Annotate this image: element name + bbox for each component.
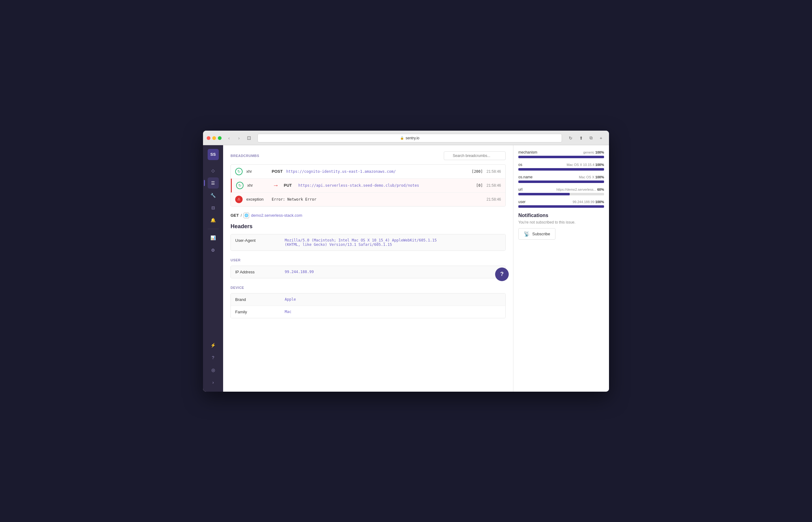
brand-key: Brand: [231, 294, 280, 306]
bar-track: [518, 181, 604, 183]
request-method: GET: [231, 213, 239, 218]
table-row[interactable]: ↻ xhr → PUT https://api.serverless-stack…: [231, 179, 505, 193]
charts-icon: 📊: [210, 235, 216, 240]
bar-pct: 60%: [597, 188, 604, 191]
user-ip-key: IP Address: [231, 266, 280, 278]
chevron-right-icon: ›: [212, 380, 214, 385]
family-value: Mac: [280, 306, 505, 318]
bar-value: 99.244.188.99: [572, 200, 595, 204]
bar-label: url: [518, 187, 522, 192]
table-row[interactable]: ↻ xhr POST https://cognito-identity.us-e…: [231, 165, 505, 179]
subscribe-button[interactable]: 📡 Subscribe: [518, 228, 556, 240]
bar-fill: [518, 205, 604, 208]
headers-section: Headers User-Agent Mozilla/5.0 (Macintos…: [231, 223, 506, 251]
sidebar-item-collapse[interactable]: ›: [208, 377, 219, 388]
header-key: User-Agent: [231, 234, 280, 250]
xhr-refresh-icon: ↻: [235, 168, 243, 175]
bar-header: os Mac OS X 10.15.4 100%: [518, 163, 604, 167]
bar-value: Mac OS X 10.15.4: [567, 163, 596, 166]
search-wrapper: 🔍: [444, 152, 506, 160]
device-table: Brand Apple Family Mac: [231, 293, 506, 318]
breadcrumb-table: ↻ xhr POST https://cognito-identity.us-e…: [231, 164, 506, 206]
table-row: User-Agent Mozilla/5.0 (Macintosh; Intel…: [231, 234, 505, 250]
code-icon: ◇: [211, 168, 215, 173]
bc-time-2: 21:58:46: [486, 183, 501, 188]
app-body: SS ◇ ☰ 🔧 ⊟ 🔔 📊 ⚙: [203, 145, 609, 392]
brand-value: Apple: [280, 294, 505, 306]
bar-pct: 100%: [596, 163, 604, 166]
settings-icon: ⚙: [211, 248, 215, 253]
back-button[interactable]: ‹: [225, 134, 233, 142]
path-separator: /: [241, 213, 242, 218]
breadcrumbs-header: BREADCRUMBS 🔍: [231, 152, 506, 160]
reload-button[interactable]: ↻: [567, 134, 574, 142]
bar-label: user: [518, 200, 525, 204]
bar-value: generic: [583, 150, 596, 154]
bc-type: xhr: [246, 169, 268, 174]
sidebar-item-settings[interactable]: ⚙: [208, 245, 219, 256]
bar-track: [518, 193, 604, 195]
broadcast-icon: ◎: [211, 367, 215, 373]
share-button[interactable]: ⬆: [577, 134, 585, 142]
sidebar-item-broadcast[interactable]: ◎: [208, 364, 219, 376]
bc-status: [200]: [472, 169, 483, 174]
exception-icon: ⚠: [235, 196, 243, 203]
breadcrumbs-search-input[interactable]: [444, 152, 506, 160]
browser-chrome: ‹ › ⊡ 🔒 sentry.io ↻ ⬆ ⧉ +: [203, 130, 609, 145]
bc-type-2: xhr: [247, 183, 269, 188]
bar-pct: 100%: [596, 150, 604, 154]
bar-label: os.name: [518, 175, 533, 179]
device-section-label: DEVICE: [231, 286, 506, 289]
bar-track: [518, 168, 604, 170]
breadcrumbs-title: BREADCRUMBS: [231, 154, 259, 158]
bar-header: user 99.244.188.99 100%: [518, 200, 604, 204]
sidebar-item-performance[interactable]: 🔔: [208, 215, 219, 226]
sidebar-item-tools[interactable]: 🔧: [208, 190, 219, 201]
sidebar-item-charts[interactable]: 📊: [208, 232, 219, 243]
notifications-section: Notifications You're not subscribed to t…: [518, 213, 604, 240]
maximize-button[interactable]: [218, 136, 222, 140]
bar-value: https://demo2.serverless...: [556, 188, 597, 191]
sidebar-bottom: ⚡ ? ◎ ›: [208, 340, 219, 388]
sidebar-item-issues[interactable]: ☰: [208, 177, 219, 188]
traffic-lights: [207, 136, 222, 140]
new-tab-button[interactable]: ⧉: [587, 134, 596, 142]
bar-pct: 100%: [596, 175, 604, 179]
tools-icon: 🔧: [210, 193, 216, 198]
bar-fill: [518, 193, 570, 195]
table-row[interactable]: ⚠ exception Error: Network Error 21:58:4…: [231, 193, 505, 206]
bc-error-msg: Error: Network Error: [272, 197, 317, 202]
forward-button[interactable]: ›: [235, 134, 243, 142]
bc-status-2: [0]: [476, 183, 483, 188]
bar-pct: 100%: [596, 200, 604, 204]
bar-label: mechanism: [518, 150, 537, 155]
table-row: IP Address 99.244.188.99: [231, 266, 505, 278]
bar-track: [518, 205, 604, 208]
sidebar-item-storage[interactable]: ⊟: [208, 202, 219, 213]
bc-time-3: 21:58:46: [486, 197, 501, 202]
minimize-button[interactable]: [212, 136, 216, 140]
subscribe-label: Subscribe: [532, 232, 550, 236]
extensions-button[interactable]: +: [597, 134, 605, 142]
sidebar-divider: [208, 229, 219, 229]
bc-url: https://cognito-identity.us-east-1.amazo…: [286, 169, 467, 174]
header-value: Mozilla/5.0 (Macintosh; Intel Mac OS X 1…: [280, 234, 505, 250]
sidebar-item-code[interactable]: ◇: [208, 165, 219, 176]
headers-title: Headers: [231, 223, 506, 230]
storage-icon: ⊟: [211, 205, 215, 210]
avatar[interactable]: SS: [208, 149, 219, 160]
right-panel: mechanism generic 100% os Mac OS X 10.15…: [513, 145, 609, 392]
help-button[interactable]: ?: [495, 267, 509, 281]
close-button[interactable]: [207, 136, 210, 140]
xhr-refresh-icon-2: ↻: [236, 182, 244, 189]
sidebar-item-help[interactable]: ?: [208, 352, 219, 363]
domain-icon: 🌐: [244, 213, 249, 218]
get-path: GET / 🌐 demo2.serverless-stack.com: [231, 213, 506, 218]
notifications-subtitle: You're not subscribed to this issue.: [518, 220, 604, 224]
browser-window: ‹ › ⊡ 🔒 sentry.io ↻ ⬆ ⧉ + SS ◇ ☰ 🔧: [203, 130, 609, 392]
bar-label: os: [518, 163, 522, 167]
sidebar-toggle-button[interactable]: ⊡: [245, 134, 252, 142]
sidebar-item-activity[interactable]: ⚡: [208, 340, 219, 351]
family-key: Family: [231, 306, 280, 318]
bar-track: [518, 156, 604, 158]
